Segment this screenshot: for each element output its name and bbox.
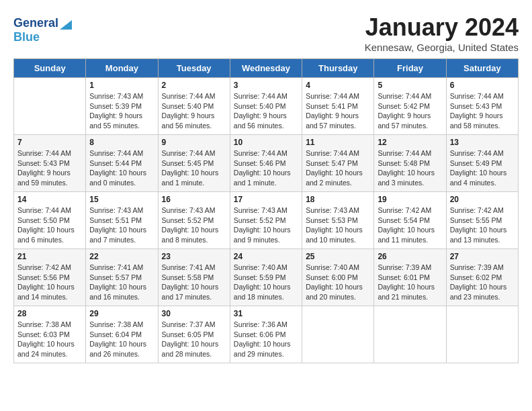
logo: General Blue: [13, 13, 72, 44]
day-detail: Sunrise: 7:43 AMSunset: 5:51 PMDaylight:…: [89, 205, 154, 245]
logo-blue: Blue: [13, 30, 40, 44]
day-number: 17: [234, 195, 298, 204]
day-detail: Sunrise: 7:44 AMSunset: 5:45 PMDaylight:…: [162, 148, 226, 188]
day-detail: Sunrise: 7:43 AMSunset: 5:52 PMDaylight:…: [234, 205, 298, 245]
day-number: 21: [17, 252, 82, 261]
day-number: 4: [306, 81, 370, 90]
calendar-cell: 16Sunrise: 7:43 AMSunset: 5:52 PMDayligh…: [158, 192, 230, 249]
day-number: 31: [234, 309, 298, 318]
calendar-cell: 25Sunrise: 7:40 AMSunset: 6:00 PMDayligh…: [302, 249, 374, 306]
calendar-cell: 10Sunrise: 7:44 AMSunset: 5:46 PMDayligh…: [230, 135, 302, 192]
calendar-cell: 6Sunrise: 7:44 AMSunset: 5:43 PMDaylight…: [446, 78, 518, 135]
calendar-cell: 12Sunrise: 7:44 AMSunset: 5:48 PMDayligh…: [374, 135, 446, 192]
day-detail: Sunrise: 7:38 AMSunset: 6:04 PMDaylight:…: [89, 320, 154, 359]
calendar-cell: 26Sunrise: 7:39 AMSunset: 6:01 PMDayligh…: [374, 249, 446, 306]
weekday-header-saturday: Saturday: [446, 59, 518, 78]
day-detail: Sunrise: 7:44 AMSunset: 5:50 PMDaylight:…: [17, 205, 82, 245]
day-number: 1: [89, 81, 154, 90]
calendar-cell: 21Sunrise: 7:42 AMSunset: 5:56 PMDayligh…: [14, 249, 86, 306]
day-detail: Sunrise: 7:44 AMSunset: 5:42 PMDaylight:…: [378, 91, 442, 131]
calendar-cell: 24Sunrise: 7:40 AMSunset: 5:59 PMDayligh…: [230, 249, 302, 306]
day-number: 10: [234, 138, 298, 147]
calendar-cell: 15Sunrise: 7:43 AMSunset: 5:51 PMDayligh…: [86, 192, 158, 249]
day-detail: Sunrise: 7:44 AMSunset: 5:43 PMDaylight:…: [450, 91, 515, 131]
calendar-cell: 4Sunrise: 7:44 AMSunset: 5:41 PMDaylight…: [302, 78, 374, 135]
calendar-cell: 3Sunrise: 7:44 AMSunset: 5:40 PMDaylight…: [230, 78, 302, 135]
calendar-cell: 1Sunrise: 7:43 AMSunset: 5:39 PMDaylight…: [86, 78, 158, 135]
calendar-cell: [446, 306, 518, 363]
day-detail: Sunrise: 7:40 AMSunset: 6:00 PMDaylight:…: [306, 263, 370, 302]
day-detail: Sunrise: 7:41 AMSunset: 5:58 PMDaylight:…: [162, 263, 226, 302]
day-detail: Sunrise: 7:43 AMSunset: 5:53 PMDaylight:…: [306, 205, 370, 245]
day-number: 13: [450, 138, 515, 147]
day-detail: Sunrise: 7:43 AMSunset: 5:39 PMDaylight:…: [89, 91, 154, 131]
day-detail: Sunrise: 7:44 AMSunset: 5:48 PMDaylight:…: [378, 148, 442, 188]
day-number: 29: [89, 309, 154, 318]
logo-arrow-icon: [60, 17, 72, 30]
day-detail: Sunrise: 7:44 AMSunset: 5:44 PMDaylight:…: [89, 148, 154, 188]
day-detail: Sunrise: 7:44 AMSunset: 5:41 PMDaylight:…: [306, 91, 370, 131]
logo-general: General: [13, 16, 58, 30]
calendar-cell: 28Sunrise: 7:38 AMSunset: 6:03 PMDayligh…: [14, 306, 86, 363]
day-detail: Sunrise: 7:39 AMSunset: 6:02 PMDaylight:…: [450, 263, 515, 302]
weekday-header-monday: Monday: [86, 59, 158, 78]
day-detail: Sunrise: 7:44 AMSunset: 5:47 PMDaylight:…: [306, 148, 370, 188]
day-number: 25: [306, 252, 370, 261]
calendar-cell: 19Sunrise: 7:42 AMSunset: 5:54 PMDayligh…: [374, 192, 446, 249]
calendar-cell: 20Sunrise: 7:42 AMSunset: 5:55 PMDayligh…: [446, 192, 518, 249]
calendar-cell: 29Sunrise: 7:38 AMSunset: 6:04 PMDayligh…: [86, 306, 158, 363]
day-detail: Sunrise: 7:44 AMSunset: 5:46 PMDaylight:…: [234, 148, 298, 188]
day-number: 27: [450, 252, 515, 261]
calendar-title: January 2024: [13, 13, 519, 42]
calendar-cell: 11Sunrise: 7:44 AMSunset: 5:47 PMDayligh…: [302, 135, 374, 192]
day-number: 2: [162, 81, 226, 90]
day-detail: Sunrise: 7:43 AMSunset: 5:52 PMDaylight:…: [162, 205, 226, 245]
day-number: 5: [378, 81, 442, 90]
day-number: 9: [162, 138, 226, 147]
day-detail: Sunrise: 7:44 AMSunset: 5:40 PMDaylight:…: [234, 91, 298, 131]
day-detail: Sunrise: 7:44 AMSunset: 5:40 PMDaylight:…: [162, 91, 226, 131]
day-number: 22: [89, 252, 154, 261]
day-number: 6: [450, 81, 515, 90]
day-number: 30: [162, 309, 226, 318]
day-number: 16: [162, 195, 226, 204]
calendar-cell: [374, 306, 446, 363]
day-detail: Sunrise: 7:41 AMSunset: 5:57 PMDaylight:…: [89, 263, 154, 302]
calendar-cell: 8Sunrise: 7:44 AMSunset: 5:44 PMDaylight…: [86, 135, 158, 192]
day-detail: Sunrise: 7:42 AMSunset: 5:54 PMDaylight:…: [378, 205, 442, 245]
calendar-cell: [14, 78, 86, 135]
day-number: 28: [17, 309, 82, 318]
calendar-cell: 2Sunrise: 7:44 AMSunset: 5:40 PMDaylight…: [158, 78, 230, 135]
calendar-cell: 17Sunrise: 7:43 AMSunset: 5:52 PMDayligh…: [230, 192, 302, 249]
calendar-cell: 23Sunrise: 7:41 AMSunset: 5:58 PMDayligh…: [158, 249, 230, 306]
day-number: 19: [378, 195, 442, 204]
day-number: 11: [306, 138, 370, 147]
calendar-cell: 27Sunrise: 7:39 AMSunset: 6:02 PMDayligh…: [446, 249, 518, 306]
weekday-header-wednesday: Wednesday: [230, 59, 302, 78]
day-detail: Sunrise: 7:44 AMSunset: 5:49 PMDaylight:…: [450, 148, 515, 188]
svg-marker-0: [60, 20, 72, 30]
day-number: 14: [17, 195, 82, 204]
day-number: 20: [450, 195, 515, 204]
calendar-cell: 14Sunrise: 7:44 AMSunset: 5:50 PMDayligh…: [14, 192, 86, 249]
day-detail: Sunrise: 7:42 AMSunset: 5:56 PMDaylight:…: [17, 263, 82, 302]
calendar-cell: 7Sunrise: 7:44 AMSunset: 5:43 PMDaylight…: [14, 135, 86, 192]
weekday-header-tuesday: Tuesday: [158, 59, 230, 78]
calendar-cell: 22Sunrise: 7:41 AMSunset: 5:57 PMDayligh…: [86, 249, 158, 306]
calendar-cell: [302, 306, 374, 363]
day-number: 12: [378, 138, 442, 147]
day-detail: Sunrise: 7:39 AMSunset: 6:01 PMDaylight:…: [378, 263, 442, 302]
day-number: 26: [378, 252, 442, 261]
day-number: 3: [234, 81, 298, 90]
day-detail: Sunrise: 7:38 AMSunset: 6:03 PMDaylight:…: [17, 320, 82, 359]
page-header: January 2024 Kennesaw, Georgia, United S…: [13, 13, 519, 53]
calendar-subtitle: Kennesaw, Georgia, United States: [13, 42, 519, 53]
day-number: 23: [162, 252, 226, 261]
weekday-header-thursday: Thursday: [302, 59, 374, 78]
day-detail: Sunrise: 7:42 AMSunset: 5:55 PMDaylight:…: [450, 205, 515, 245]
calendar-cell: 9Sunrise: 7:44 AMSunset: 5:45 PMDaylight…: [158, 135, 230, 192]
weekday-header-sunday: Sunday: [14, 59, 86, 78]
day-detail: Sunrise: 7:36 AMSunset: 6:06 PMDaylight:…: [234, 320, 298, 359]
calendar-table: SundayMondayTuesdayWednesdayThursdayFrid…: [13, 58, 519, 363]
day-number: 24: [234, 252, 298, 261]
